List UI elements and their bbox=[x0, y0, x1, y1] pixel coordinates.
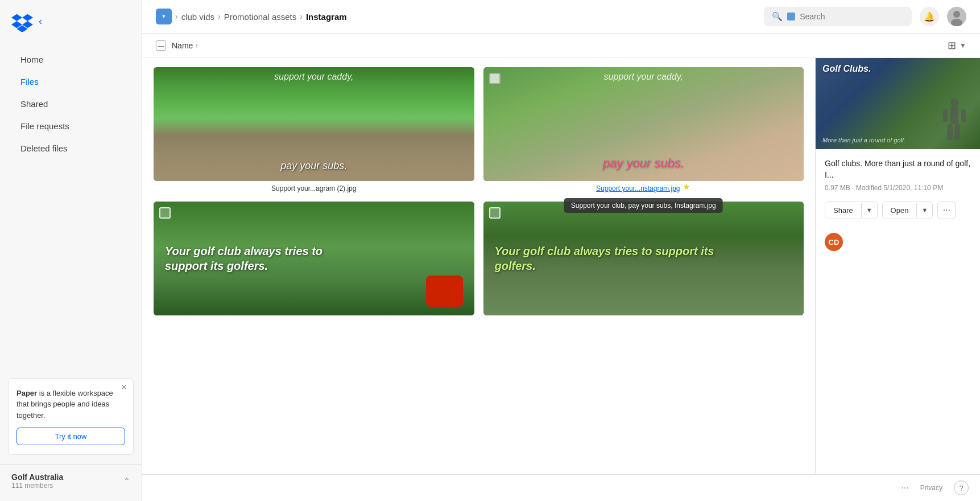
open-button[interactable]: Open bbox=[883, 202, 917, 219]
org-name: Golf Australia bbox=[11, 473, 63, 482]
file-name-link[interactable]: Support your...nstagram.jpg bbox=[596, 184, 680, 192]
footer-help-button[interactable]: ? bbox=[954, 481, 969, 495]
org-members: 111 members bbox=[11, 482, 63, 490]
detail-filename: Golf clubs. More than just a round of go… bbox=[825, 158, 971, 180]
detail-info: Golf clubs. More than just a round of go… bbox=[816, 149, 980, 265]
image-text: Your golf club always tries to support i… bbox=[495, 244, 727, 273]
notification-bell-icon[interactable]: 🔔 bbox=[920, 7, 939, 26]
breadcrumb: › club vids › Promotional assets › Insta… bbox=[156, 9, 755, 24]
detail-preview: Golf Clubs. More than just a round of go… bbox=[816, 58, 980, 149]
avatar[interactable] bbox=[947, 7, 966, 26]
folder-icon[interactable] bbox=[156, 9, 172, 24]
view-chevron-icon: ▼ bbox=[960, 42, 966, 50]
detail-meta: 0.97 MB · Modified 5/1/2020, 11:10 PM bbox=[825, 184, 971, 192]
sidebar-org: Golf Australia 111 members ⌃ bbox=[0, 464, 142, 501]
svg-rect-7 bbox=[943, 109, 948, 122]
image-text: pay your subs. bbox=[603, 155, 684, 172]
share-dropdown-button[interactable]: ▼ bbox=[861, 203, 877, 217]
breadcrumb-club-vids[interactable]: club vids bbox=[181, 12, 214, 22]
org-info: Golf Australia 111 members bbox=[11, 473, 63, 490]
sidebar-logo: ‹ bbox=[0, 0, 142, 42]
sidebar: ‹ Home Files Shared File requests Delete… bbox=[0, 0, 142, 501]
star-icon[interactable]: ★ bbox=[683, 182, 690, 191]
header-right: 🔍 🔔 bbox=[764, 7, 966, 26]
sidebar-item-home[interactable]: Home bbox=[5, 49, 137, 70]
share-button-group: Share ▼ bbox=[825, 202, 878, 219]
view-toggle[interactable]: ⊞ ▼ bbox=[948, 39, 966, 52]
promo-bold-text: Paper bbox=[16, 389, 37, 397]
list-item[interactable]: Your golf club always tries to support i… bbox=[483, 202, 804, 315]
more-options-button[interactable]: ··· bbox=[937, 201, 956, 219]
sidebar-nav: Home Files Shared File requests Deleted … bbox=[0, 42, 142, 369]
name-label: Name bbox=[172, 41, 193, 50]
promo-text: Paper is a flexible workspace that bring… bbox=[16, 388, 125, 421]
sidebar-promo-card: ✕ Paper is a flexible workspace that bri… bbox=[8, 378, 134, 455]
file-thumbnail[interactable]: Your golf club always tries to support i… bbox=[154, 202, 474, 315]
svg-rect-5 bbox=[947, 124, 953, 140]
share-button[interactable]: Share bbox=[825, 202, 861, 219]
breadcrumb-promotional-assets[interactable]: Promotional assets bbox=[224, 12, 297, 22]
file-grid: pay your subs. Support your...agram (2).… bbox=[142, 58, 815, 474]
svg-rect-4 bbox=[950, 107, 958, 124]
dropbox-logo-icon[interactable] bbox=[11, 10, 33, 32]
open-dropdown-button[interactable]: ▼ bbox=[916, 203, 932, 217]
preview-silhouette bbox=[940, 98, 969, 143]
svg-point-1 bbox=[953, 11, 960, 18]
detail-actions: Share ▼ Open ▼ ··· bbox=[825, 201, 971, 219]
image-text: Your golf club always tries to support i… bbox=[165, 244, 366, 273]
file-name-row: Support your...nstagram.jpg ★ bbox=[483, 181, 804, 192]
svg-point-3 bbox=[950, 98, 958, 107]
footer: ··· Privacy ? bbox=[142, 474, 980, 501]
list-item[interactable]: pay your subs. Support your...nstagram.j… bbox=[483, 67, 804, 192]
file-thumbnail[interactable]: Your golf club always tries to support i… bbox=[483, 202, 804, 315]
preview-title: Golf Clubs. bbox=[822, 64, 871, 74]
svg-rect-8 bbox=[961, 109, 966, 122]
org-chevron-icon[interactable]: ⌃ bbox=[123, 477, 130, 486]
preview-subtitle: More than just a round of golf. bbox=[822, 137, 905, 143]
sidebar-item-shared[interactable]: Shared bbox=[5, 93, 137, 114]
file-select-checkbox[interactable] bbox=[489, 73, 501, 84]
sort-arrow-icon: ↑ bbox=[195, 42, 199, 49]
breadcrumb-sep-1: › bbox=[175, 12, 178, 21]
file-select-checkbox[interactable] bbox=[159, 207, 171, 219]
back-arrow-icon[interactable]: ‹ bbox=[39, 15, 42, 27]
promo-close-button[interactable]: ✕ bbox=[121, 383, 127, 391]
select-all-checkbox[interactable]: — bbox=[156, 40, 166, 51]
file-select-checkbox[interactable] bbox=[489, 207, 501, 219]
name-column-header[interactable]: Name ↑ bbox=[172, 41, 199, 50]
open-button-group: Open ▼ bbox=[882, 202, 933, 219]
detail-avatar-row: CD bbox=[825, 228, 971, 256]
file-name: Support your...agram (2).jpg bbox=[154, 184, 474, 192]
footer-more-icon[interactable]: ··· bbox=[901, 483, 908, 493]
search-icon: 🔍 bbox=[772, 11, 783, 22]
sidebar-item-files[interactable]: Files bbox=[5, 71, 137, 92]
toolbar: — Name ↑ ⊞ ▼ bbox=[142, 34, 980, 58]
search-bar[interactable]: 🔍 bbox=[764, 7, 912, 26]
sidebar-item-deleted-files[interactable]: Deleted files bbox=[5, 138, 137, 159]
breadcrumb-sep-2: › bbox=[218, 12, 221, 21]
grid-view-icon: ⊞ bbox=[948, 39, 956, 52]
content-area: pay your subs. Support your...agram (2).… bbox=[142, 58, 980, 474]
detail-user-avatar: CD bbox=[825, 233, 843, 251]
file-thumbnail[interactable]: pay your subs. bbox=[483, 67, 804, 181]
list-item[interactable]: pay your subs. Support your...agram (2).… bbox=[154, 67, 474, 192]
breadcrumb-sep-3: › bbox=[300, 12, 303, 21]
promo-try-button[interactable]: Try it now bbox=[16, 428, 125, 445]
breadcrumb-instagram[interactable]: Instagram bbox=[306, 12, 347, 22]
mower-decoration bbox=[426, 276, 463, 307]
file-thumbnail[interactable]: pay your subs. bbox=[154, 67, 474, 181]
search-folder-icon bbox=[787, 13, 795, 20]
sidebar-item-file-requests[interactable]: File requests bbox=[5, 116, 137, 137]
svg-rect-6 bbox=[954, 124, 960, 140]
detail-panel: Golf Clubs. More than just a round of go… bbox=[815, 58, 980, 474]
list-item[interactable]: Your golf club always tries to support i… bbox=[154, 202, 474, 315]
main-area: › club vids › Promotional assets › Insta… bbox=[142, 0, 980, 501]
header: › club vids › Promotional assets › Insta… bbox=[142, 0, 980, 34]
search-input[interactable] bbox=[800, 12, 904, 21]
file-name-wrapper: Support your...nstagram.jpg ★ Support yo… bbox=[483, 181, 804, 192]
image-text: pay your subs. bbox=[280, 160, 347, 172]
footer-privacy-link[interactable]: Privacy bbox=[920, 484, 942, 492]
